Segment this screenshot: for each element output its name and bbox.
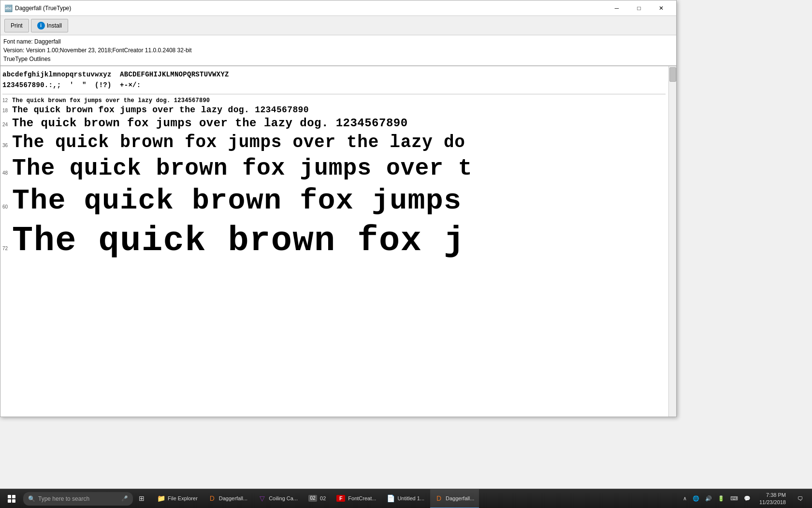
taskview-icon: ⊞ <box>138 494 145 502</box>
font-preview-window: 🔤 Daggerfall (TrueType) ─ □ ✕ Print i In… <box>0 0 677 417</box>
clock-time: 7:38 PM <box>759 492 786 498</box>
search-icon: 🔍 <box>28 495 35 502</box>
fontcreator-label: FontCreat... <box>348 495 376 501</box>
preview-text-72: The quick brown fox j <box>12 221 465 261</box>
font-version: Version: Version 1.00;November 23, 2018;… <box>3 46 673 55</box>
tray-volume-icon[interactable]: 🔊 <box>703 494 714 503</box>
charset-line1: abcdefghijklmnopqrstuvwxyz ABCDEFGHIJKLM… <box>2 70 666 80</box>
install-label: Install <box>47 22 62 29</box>
taskbar: 🔍 Type here to search 🎤 ⊞ 📁 File Explore… <box>0 489 812 508</box>
windows-logo-icon <box>8 495 15 503</box>
print-button[interactable]: Print <box>4 19 29 32</box>
size-label-36: 36 <box>2 142 12 148</box>
preview-row-24: 24 The quick brown fox jumps over the la… <box>2 117 666 130</box>
taskbar-item-daggerfall1[interactable]: D Daggerfall... <box>203 489 252 508</box>
charset-divider <box>2 94 666 94</box>
font-name: Font name: Daggerfall <box>3 37 673 46</box>
daggerfall1-icon: D <box>208 494 216 502</box>
preview-text-18: The quick brown fox jumps over the lazy … <box>12 105 309 115</box>
daggerfall2-icon: D <box>435 494 443 502</box>
taskbar-item-02[interactable]: 02 02 <box>304 489 331 508</box>
preview-main: abcdefghijklmnopqrstuvwxyz ABCDEFGHIJKLM… <box>0 66 668 417</box>
title-bar-controls: ─ □ ✕ <box>606 0 672 16</box>
preview-row-18: 18 The quick brown fox jumps over the la… <box>2 105 666 115</box>
size-label-60: 60 <box>2 204 12 209</box>
file-explorer-label: File Explorer <box>168 495 198 501</box>
tray-network-icon[interactable]: 🌐 <box>691 494 701 503</box>
window-title: Daggerfall (TrueType) <box>15 5 71 12</box>
close-button[interactable]: ✕ <box>650 0 672 16</box>
preview-row-60: 60 The quick brown fox jumps <box>2 184 666 217</box>
size-label-18: 18 <box>2 107 12 113</box>
font-window-icon: 🔤 <box>4 4 12 12</box>
preview-row-72: 72 The quick brown fox j <box>2 221 666 261</box>
tray-battery-icon[interactable]: 🔋 <box>716 494 726 503</box>
size-label-48: 48 <box>2 170 12 176</box>
taskbar-items: 📁 File Explorer D Daggerfall... ▽ Coilin… <box>152 489 479 508</box>
taskbar-item-daggerfall2[interactable]: D Daggerfall... <box>430 489 479 508</box>
vertical-scrollbar[interactable] <box>668 66 676 417</box>
untitled-label: Untitled 1... <box>397 495 424 501</box>
size-label-12: 12 <box>2 97 12 103</box>
microphone-icon: 🎤 <box>121 495 128 502</box>
font-type: TrueType Outlines <box>3 55 673 63</box>
system-tray: ∧ 🌐 🔊 🔋 ⌨ 💬 7:38 PM 11/23/2018 🗨 <box>677 489 812 508</box>
file-explorer-icon: 📁 <box>157 494 165 502</box>
coiling-label: Coiling Ca... <box>269 495 298 501</box>
charset-line2: 1234567890.:,; ' " (!?) +-×/: <box>2 81 666 90</box>
maximize-button[interactable]: □ <box>628 0 650 16</box>
minimize-button[interactable]: ─ <box>606 0 628 16</box>
tray-icons: ∧ 🌐 🔊 🔋 ⌨ 💬 <box>681 494 753 503</box>
fontcreator-icon: F <box>336 495 345 502</box>
scroll-thumb[interactable] <box>669 67 676 82</box>
02-label: 02 <box>320 495 326 501</box>
coiling-icon: ▽ <box>258 494 266 502</box>
preview-text-24: The quick brown fox jumps over the lazy … <box>12 117 408 130</box>
tray-chevron[interactable]: ∧ <box>681 494 689 503</box>
taskbar-item-file-explorer[interactable]: 📁 File Explorer <box>152 489 203 508</box>
tray-extra1[interactable]: 💬 <box>742 494 753 503</box>
install-button[interactable]: i Install <box>31 19 68 32</box>
preview-text-48: The quick brown fox jumps over t <box>12 155 472 181</box>
preview-text-60: The quick brown fox jumps <box>12 184 462 217</box>
taskbar-search[interactable]: 🔍 Type here to search 🎤 <box>23 492 133 506</box>
tray-keyboard-icon[interactable]: ⌨ <box>728 494 740 503</box>
preview-row-12: 12 The quick brown fox jumps over the la… <box>2 97 666 104</box>
daggerfall1-label: Daggerfall... <box>219 495 247 501</box>
taskbar-item-untitled[interactable]: 📄 Untitled 1... <box>382 489 429 508</box>
search-placeholder: Type here to search <box>38 495 89 502</box>
untitled-icon: 📄 <box>387 494 394 502</box>
font-info: Font name: Daggerfall Version: Version 1… <box>0 35 676 66</box>
install-icon: i <box>37 22 45 30</box>
toolbar: Print i Install <box>0 16 676 35</box>
taskbar-taskview[interactable]: ⊞ <box>133 489 150 508</box>
daggerfall2-label: Daggerfall... <box>446 495 474 501</box>
start-button[interactable] <box>0 489 23 508</box>
clock-date: 11/23/2018 <box>759 499 786 506</box>
size-label-72: 72 <box>2 245 12 251</box>
preview-row-36: 36 The quick brown fox jumps over the la… <box>2 133 666 152</box>
size-label-24: 24 <box>2 121 12 127</box>
preview-text-12: The quick brown fox jumps over the lazy … <box>12 97 210 104</box>
title-bar-left: 🔤 Daggerfall (TrueType) <box>4 4 71 12</box>
preview-row-48: 48 The quick brown fox jumps over t <box>2 155 666 181</box>
title-bar: 🔤 Daggerfall (TrueType) ─ □ ✕ <box>0 0 676 16</box>
notification-button[interactable]: 🗨 <box>793 489 808 508</box>
system-clock[interactable]: 7:38 PM 11/23/2018 <box>755 492 790 506</box>
02-icon: 02 <box>308 495 317 502</box>
taskbar-item-coiling[interactable]: ▽ Coiling Ca... <box>253 489 303 508</box>
preview-container: abcdefghijklmnopqrstuvwxyz ABCDEFGHIJKLM… <box>0 66 676 417</box>
preview-text-36: The quick brown fox jumps over the lazy … <box>12 133 465 152</box>
taskbar-item-fontcreator[interactable]: F FontCreat... <box>332 489 381 508</box>
